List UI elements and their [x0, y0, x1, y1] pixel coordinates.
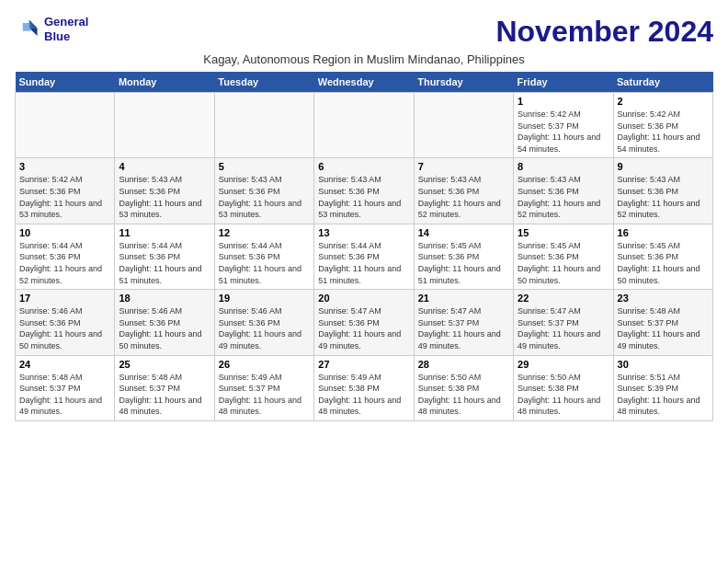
- day-info: Sunrise: 5:44 AMSunset: 5:36 PMDaylight:…: [19, 240, 110, 286]
- day-number: 19: [219, 293, 310, 304]
- day-number: 11: [119, 227, 210, 238]
- day-info: Sunrise: 5:50 AMSunset: 5:38 PMDaylight:…: [518, 372, 609, 418]
- day-number: 21: [418, 293, 509, 304]
- page-header: General Blue November 2024: [15, 15, 713, 49]
- day-number: 20: [318, 293, 409, 304]
- calendar-cell: 8Sunrise: 5:43 AMSunset: 5:36 PMDaylight…: [514, 158, 613, 224]
- calendar-week-2: 3Sunrise: 5:42 AMSunset: 5:36 PMDaylight…: [16, 158, 713, 224]
- day-number: 2: [618, 96, 709, 107]
- weekday-header-monday: Monday: [115, 72, 214, 93]
- calendar-cell: 27Sunrise: 5:49 AMSunset: 5:38 PMDayligh…: [314, 355, 414, 420]
- day-info: Sunrise: 5:50 AMSunset: 5:38 PMDaylight:…: [418, 372, 509, 418]
- month-title: November 2024: [495, 15, 713, 49]
- day-number: 25: [119, 359, 210, 370]
- day-info: Sunrise: 5:43 AMSunset: 5:36 PMDaylight:…: [119, 174, 210, 220]
- day-info: Sunrise: 5:44 AMSunset: 5:36 PMDaylight:…: [119, 240, 210, 286]
- day-info: Sunrise: 5:47 AMSunset: 5:37 PMDaylight:…: [418, 305, 509, 351]
- calendar-cell: 15Sunrise: 5:45 AMSunset: 5:36 PMDayligh…: [514, 224, 613, 289]
- calendar-cell: 21Sunrise: 5:47 AMSunset: 5:37 PMDayligh…: [414, 290, 513, 355]
- calendar-cell: 22Sunrise: 5:47 AMSunset: 5:37 PMDayligh…: [514, 290, 613, 355]
- calendar-cell: 28Sunrise: 5:50 AMSunset: 5:38 PMDayligh…: [414, 355, 513, 420]
- calendar-cell: [314, 93, 414, 158]
- weekday-header-saturday: Saturday: [613, 72, 712, 93]
- day-info: Sunrise: 5:48 AMSunset: 5:37 PMDaylight:…: [119, 372, 210, 418]
- day-number: 15: [518, 227, 609, 238]
- day-number: 17: [19, 293, 110, 304]
- day-info: Sunrise: 5:44 AMSunset: 5:36 PMDaylight:…: [318, 240, 409, 286]
- day-info: Sunrise: 5:48 AMSunset: 5:37 PMDaylight:…: [19, 372, 110, 418]
- calendar-cell: [214, 93, 313, 158]
- day-info: Sunrise: 5:42 AMSunset: 5:36 PMDaylight:…: [19, 174, 110, 220]
- day-info: Sunrise: 5:47 AMSunset: 5:36 PMDaylight:…: [318, 305, 409, 351]
- calendar-cell: 24Sunrise: 5:48 AMSunset: 5:37 PMDayligh…: [16, 355, 115, 420]
- day-info: Sunrise: 5:46 AMSunset: 5:36 PMDaylight:…: [119, 305, 210, 351]
- day-info: Sunrise: 5:42 AMSunset: 5:37 PMDaylight:…: [518, 109, 609, 155]
- day-info: Sunrise: 5:43 AMSunset: 5:36 PMDaylight:…: [219, 174, 310, 220]
- calendar-cell: 11Sunrise: 5:44 AMSunset: 5:36 PMDayligh…: [115, 224, 214, 289]
- logo: General Blue: [15, 15, 88, 43]
- day-info: Sunrise: 5:49 AMSunset: 5:37 PMDaylight:…: [219, 372, 310, 418]
- calendar-cell: 25Sunrise: 5:48 AMSunset: 5:37 PMDayligh…: [115, 355, 214, 420]
- day-number: 18: [119, 293, 210, 304]
- day-info: Sunrise: 5:44 AMSunset: 5:36 PMDaylight:…: [219, 240, 310, 286]
- calendar-cell: 18Sunrise: 5:46 AMSunset: 5:36 PMDayligh…: [115, 290, 214, 355]
- subtitle: Kagay, Autonomous Region in Muslim Minda…: [15, 52, 713, 66]
- day-info: Sunrise: 5:46 AMSunset: 5:36 PMDaylight:…: [219, 305, 310, 351]
- day-info: Sunrise: 5:45 AMSunset: 5:36 PMDaylight:…: [518, 240, 609, 286]
- calendar-cell: [414, 93, 513, 158]
- day-number: 12: [219, 227, 310, 238]
- day-info: Sunrise: 5:42 AMSunset: 5:36 PMDaylight:…: [618, 109, 709, 155]
- day-number: 10: [19, 227, 110, 238]
- day-info: Sunrise: 5:43 AMSunset: 5:36 PMDaylight:…: [618, 174, 709, 220]
- day-info: Sunrise: 5:49 AMSunset: 5:38 PMDaylight:…: [318, 372, 409, 418]
- day-info: Sunrise: 5:46 AMSunset: 5:36 PMDaylight:…: [19, 305, 110, 351]
- calendar-cell: 23Sunrise: 5:48 AMSunset: 5:37 PMDayligh…: [613, 290, 712, 355]
- day-number: 27: [318, 359, 409, 370]
- day-number: 30: [618, 359, 709, 370]
- calendar-cell: 9Sunrise: 5:43 AMSunset: 5:36 PMDaylight…: [613, 158, 712, 224]
- day-number: 13: [318, 227, 409, 238]
- calendar-cell: [16, 93, 115, 158]
- calendar-cell: 10Sunrise: 5:44 AMSunset: 5:36 PMDayligh…: [16, 224, 115, 289]
- svg-marker-3: [23, 23, 31, 31]
- day-number: 7: [418, 161, 509, 172]
- logo-icon: [15, 17, 40, 42]
- calendar-cell: 4Sunrise: 5:43 AMSunset: 5:36 PMDaylight…: [115, 158, 214, 224]
- day-info: Sunrise: 5:48 AMSunset: 5:37 PMDaylight:…: [618, 305, 709, 351]
- calendar-cell: 2Sunrise: 5:42 AMSunset: 5:36 PMDaylight…: [613, 93, 712, 158]
- day-number: 24: [19, 359, 110, 370]
- day-number: 9: [618, 161, 709, 172]
- day-number: 28: [418, 359, 509, 370]
- weekday-header-sunday: Sunday: [16, 72, 115, 93]
- logo-text: General Blue: [44, 15, 88, 43]
- calendar-week-3: 10Sunrise: 5:44 AMSunset: 5:36 PMDayligh…: [16, 224, 713, 289]
- calendar-week-4: 17Sunrise: 5:46 AMSunset: 5:36 PMDayligh…: [16, 290, 713, 355]
- day-info: Sunrise: 5:51 AMSunset: 5:39 PMDaylight:…: [618, 372, 709, 418]
- calendar-cell: 1Sunrise: 5:42 AMSunset: 5:37 PMDaylight…: [514, 93, 613, 158]
- weekday-header-wednesday: Wednesday: [314, 72, 414, 93]
- day-number: 3: [19, 161, 110, 172]
- day-number: 26: [219, 359, 310, 370]
- calendar-cell: 7Sunrise: 5:43 AMSunset: 5:36 PMDaylight…: [414, 158, 513, 224]
- day-number: 6: [318, 161, 409, 172]
- weekday-header-row: SundayMondayTuesdayWednesdayThursdayFrid…: [16, 72, 713, 93]
- calendar-body: 1Sunrise: 5:42 AMSunset: 5:37 PMDaylight…: [16, 93, 713, 421]
- day-number: 5: [219, 161, 310, 172]
- day-number: 4: [119, 161, 210, 172]
- weekday-header-thursday: Thursday: [414, 72, 513, 93]
- calendar-header: SundayMondayTuesdayWednesdayThursdayFrid…: [16, 72, 713, 93]
- day-number: 14: [418, 227, 509, 238]
- calendar-week-5: 24Sunrise: 5:48 AMSunset: 5:37 PMDayligh…: [16, 355, 713, 420]
- day-number: 16: [618, 227, 709, 238]
- day-info: Sunrise: 5:43 AMSunset: 5:36 PMDaylight:…: [318, 174, 409, 220]
- calendar-cell: 29Sunrise: 5:50 AMSunset: 5:38 PMDayligh…: [514, 355, 613, 420]
- calendar-cell: 19Sunrise: 5:46 AMSunset: 5:36 PMDayligh…: [214, 290, 313, 355]
- day-info: Sunrise: 5:43 AMSunset: 5:36 PMDaylight:…: [518, 174, 609, 220]
- day-number: 23: [618, 293, 709, 304]
- day-number: 22: [518, 293, 609, 304]
- day-info: Sunrise: 5:47 AMSunset: 5:37 PMDaylight:…: [518, 305, 609, 351]
- calendar-cell: 12Sunrise: 5:44 AMSunset: 5:36 PMDayligh…: [214, 224, 313, 289]
- weekday-header-tuesday: Tuesday: [214, 72, 313, 93]
- day-info: Sunrise: 5:45 AMSunset: 5:36 PMDaylight:…: [418, 240, 509, 286]
- calendar-cell: 5Sunrise: 5:43 AMSunset: 5:36 PMDaylight…: [214, 158, 313, 224]
